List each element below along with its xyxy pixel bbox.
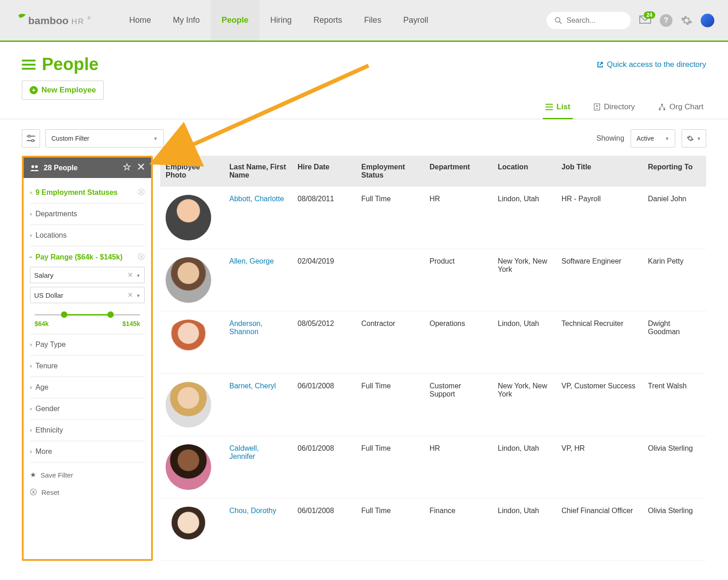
filter-section-departments[interactable]: ›Departments xyxy=(30,204,145,225)
quick-access-label: Quick access to the directory xyxy=(607,60,706,69)
cell-location: Lindon, Utah xyxy=(492,436,556,499)
save-filter-button[interactable]: ★Save Filter xyxy=(30,466,145,483)
employee-name-link[interactable]: Anderson, Shannon xyxy=(229,320,263,336)
nav-hiring[interactable]: Hiring xyxy=(259,0,303,41)
col-job-title[interactable]: Job Title xyxy=(556,156,642,187)
reset-filter-button[interactable]: ⓧReset xyxy=(30,483,145,501)
global-search[interactable] xyxy=(546,12,631,29)
employee-name-link[interactable]: Chou, Dorothy xyxy=(229,507,276,514)
settings-button[interactable] xyxy=(681,15,693,26)
chevron-down-icon: ▼ xyxy=(697,136,701,141)
employee-name-link[interactable]: Abbott, Charlotte xyxy=(229,195,284,203)
chevron-right-icon: › xyxy=(30,448,32,455)
nav-reports[interactable]: Reports xyxy=(303,0,353,41)
filter-dropdown[interactable]: Custom Filter ▼ xyxy=(46,129,164,148)
cell-reporting-to: Olivia Sterling xyxy=(642,436,706,499)
nav-files[interactable]: Files xyxy=(353,0,392,41)
tab-orgchart[interactable]: Org Chart xyxy=(656,96,706,119)
svg-point-3 xyxy=(556,17,560,22)
new-employee-button[interactable]: + New Employee xyxy=(22,81,104,100)
status-filter-dropdown[interactable]: Active ▼ xyxy=(631,129,675,148)
tab-directory[interactable]: Directory xyxy=(591,96,637,119)
close-filter-button[interactable] xyxy=(137,163,145,173)
filter-section-age[interactable]: ›Age xyxy=(30,377,145,398)
cell-department: HR xyxy=(424,436,492,499)
filter-section-pay-type[interactable]: ›Pay Type xyxy=(30,334,145,356)
svg-point-20 xyxy=(31,165,34,168)
slider-min-thumb[interactable] xyxy=(61,311,67,318)
nav-home[interactable]: Home xyxy=(118,0,162,41)
remove-filter-icon[interactable]: ⓧ xyxy=(138,253,145,261)
col-name[interactable]: Last Name, First Name xyxy=(224,156,292,187)
clear-icon[interactable]: ✕ xyxy=(127,291,133,299)
employee-photo[interactable] xyxy=(166,320,211,365)
filter-section-ethnicity[interactable]: ›Ethnicity xyxy=(30,420,145,441)
employee-table: Employee Photo Last Name, First Name Hir… xyxy=(160,156,706,561)
svg-rect-7 xyxy=(22,68,35,70)
reset-icon: ⓧ xyxy=(30,488,37,497)
employee-name-link[interactable]: Allen, George xyxy=(229,257,274,265)
col-status[interactable]: Employment Status xyxy=(356,156,424,187)
cell-hire-date: 06/01/2008 xyxy=(292,499,356,561)
tab-orgchart-label: Org Chart xyxy=(669,102,703,112)
search-input[interactable] xyxy=(566,16,622,25)
col-hire-date[interactable]: Hire Date xyxy=(292,156,356,187)
chevron-down-icon: › xyxy=(28,256,34,258)
employee-name-link[interactable]: Barnet, Cheryl xyxy=(229,382,276,390)
filter-section-locations[interactable]: ›Locations xyxy=(30,225,145,246)
favorite-filter-button[interactable] xyxy=(123,163,131,173)
table-row: Chou, Dorothy 06/01/2008 Full Time Finan… xyxy=(160,499,706,561)
quick-access-link[interactable]: Quick access to the directory xyxy=(597,60,706,69)
brand-logo[interactable]: bamboo HR ® xyxy=(14,12,118,29)
chevron-right-icon: › xyxy=(30,384,32,391)
slider-max-thumb[interactable] xyxy=(107,311,114,318)
filter-section-more[interactable]: ›More xyxy=(30,441,145,463)
table-row: Barnet, Cheryl 06/01/2008 Full Time Cust… xyxy=(160,374,706,436)
filter-section-pay-range-header[interactable]: ›Pay Range ($64k - $145k) ⓧ xyxy=(30,253,145,261)
save-filter-label: Save Filter xyxy=(40,471,73,479)
nav-myinfo[interactable]: My Info xyxy=(162,0,211,41)
col-photo[interactable]: Employee Photo xyxy=(160,156,224,187)
employee-name-link[interactable]: Caldwell, Jennifer xyxy=(229,444,259,460)
pay-type-value: Salary xyxy=(34,271,54,279)
pay-range-slider[interactable]: $64k $145k xyxy=(30,307,145,327)
tab-list[interactable]: List xyxy=(543,96,573,119)
filter-section-tenure[interactable]: ›Tenure xyxy=(30,356,145,377)
pay-type-select[interactable]: Salary ✕▼ xyxy=(30,267,145,283)
cell-location: New York, New York xyxy=(492,249,556,311)
employee-photo[interactable] xyxy=(166,382,211,427)
employee-photo[interactable] xyxy=(166,444,211,490)
help-button[interactable]: ? xyxy=(660,14,672,27)
table-settings-button[interactable]: ▼ xyxy=(682,129,706,148)
employee-photo[interactable] xyxy=(166,257,211,303)
hamburger-icon[interactable] xyxy=(22,59,35,71)
filter-section-gender[interactable]: ›Gender xyxy=(30,398,145,420)
svg-rect-9 xyxy=(546,107,553,107)
filter-section-label: Departments xyxy=(35,210,77,218)
col-department[interactable]: Department xyxy=(424,156,492,187)
employee-photo[interactable] xyxy=(166,507,211,552)
cell-status: Full Time xyxy=(356,499,424,561)
chevron-down-icon: ▼ xyxy=(136,293,141,298)
cell-location: Lindon, Utah xyxy=(492,187,556,249)
filter-section-employment-status[interactable]: ›9 Employment Statuses ⓧ xyxy=(30,182,145,204)
filter-panel-header: 28 People xyxy=(24,158,151,178)
nav-payroll[interactable]: Payroll xyxy=(392,0,439,41)
clear-icon[interactable]: ✕ xyxy=(127,271,133,279)
cell-job-title: HR - Payroll xyxy=(556,187,642,249)
nav-people[interactable]: People xyxy=(211,0,259,41)
cell-job-title: VP, Customer Success xyxy=(556,374,642,436)
inbox-button[interactable]: 24 xyxy=(639,14,652,26)
sliders-icon xyxy=(27,135,35,142)
svg-line-4 xyxy=(560,21,562,24)
filter-toggle-button[interactable] xyxy=(22,129,40,148)
svg-rect-14 xyxy=(659,108,661,110)
cell-location: New York, New York xyxy=(492,374,556,436)
remove-filter-icon[interactable]: ⓧ xyxy=(138,188,145,197)
col-reporting-to[interactable]: Reporting To xyxy=(642,156,706,187)
col-location[interactable]: Location xyxy=(492,156,556,187)
showing-label: Showing xyxy=(597,134,624,142)
employee-photo[interactable] xyxy=(166,195,211,240)
currency-select[interactable]: US Dollar ✕▼ xyxy=(30,287,145,303)
user-avatar[interactable] xyxy=(701,14,714,27)
